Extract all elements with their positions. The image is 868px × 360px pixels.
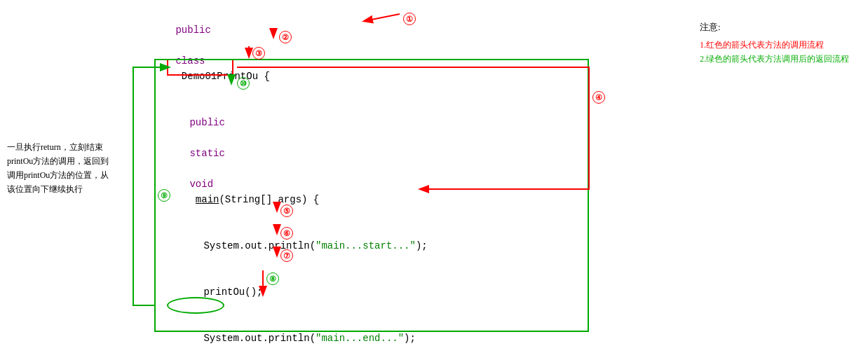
main-container: public class Demo01PrintOu { public stat…: [0, 0, 868, 360]
keyword-public: public: [175, 25, 210, 36]
left-note: 一旦执行return，立刻结束printOu方法的调用，返回到调用printOu…: [7, 140, 119, 196]
code-line-3: System.out.println("main...start...");: [168, 223, 631, 269]
left-note-text: 一旦执行return，立刻结束printOu方法的调用，返回到调用printOu…: [7, 142, 109, 194]
note-item-2: 2.绿色的箭头代表方法调用后的返回流程: [700, 52, 854, 66]
code-line-4: printOu();: [168, 269, 631, 315]
code-line-5: System.out.println("main...end...");: [168, 315, 631, 360]
note-title: 注意:: [700, 21, 854, 34]
code-line-1: public class Demo01PrintOu {: [140, 7, 631, 99]
space: [175, 40, 181, 51]
keyword-class: class: [175, 55, 205, 67]
code-line-2: public static void main(String[] args) {: [154, 99, 631, 223]
code-area: public class Demo01PrintOu { public stat…: [140, 7, 631, 360]
note-item-1: 1.红色的箭头代表方法的调用流程: [700, 38, 854, 52]
note-area: 注意: 1.红色的箭头代表方法的调用流程 2.绿色的箭头代表方法调用后的返回流程: [700, 21, 854, 66]
